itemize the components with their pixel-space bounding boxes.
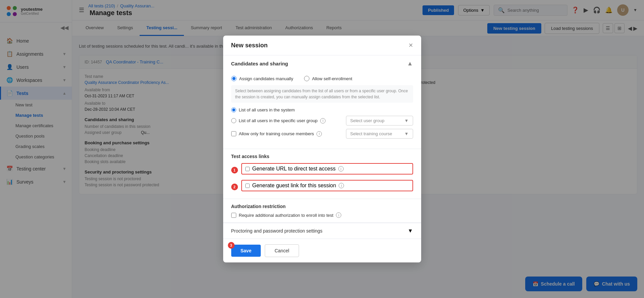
training-course-checkbox[interactable]	[231, 131, 236, 136]
generate-guest-label: Generate guest link for this session	[252, 183, 336, 189]
modal-header: New session ×	[223, 36, 421, 55]
candidates-section-arrow-icon: ▲	[407, 60, 413, 67]
require-auth-checkbox[interactable]	[231, 213, 236, 218]
generate-url-checkbox[interactable]	[245, 167, 250, 171]
hint-text: Select between assigning candidates from…	[231, 85, 413, 103]
generate-guest-highlighted-row: Generate guest link for this session i	[241, 180, 413, 191]
list-group-text: List of all users in the specific user g…	[239, 118, 318, 123]
list-group-radio[interactable]	[231, 118, 236, 123]
list-group-label[interactable]: List of all users in the specific user g…	[231, 118, 326, 123]
step3-badge: 3	[228, 242, 235, 249]
generate-url-label: Generate URL to direct test access	[252, 166, 336, 172]
generate-guest-info-icon[interactable]: i	[339, 183, 344, 188]
training-course-row: Allow only for training course members i…	[231, 129, 413, 139]
auth-title: Authorization restriction	[231, 204, 413, 209]
training-course-info-icon[interactable]: i	[316, 131, 322, 137]
generate-url-highlighted-row: Generate URL to direct test access i	[241, 163, 413, 175]
new-session-modal: New session × Candidates and sharing ▲ A…	[223, 36, 421, 262]
proctoring-section-header[interactable]: Proctoring and password protection setti…	[223, 223, 421, 239]
auth-section: Authorization restriction Require additi…	[223, 199, 421, 223]
candidates-section: Candidates and sharing ▲ Assign candidat…	[223, 55, 421, 149]
list-all-users-text: List of all users in the system	[239, 107, 295, 112]
require-auth-label[interactable]: Require additional authorization to enro…	[231, 212, 413, 218]
candidates-section-content: Assign candidates manually Allow self-en…	[223, 72, 421, 149]
require-auth-text: Require additional authorization to enro…	[239, 213, 334, 218]
step1-badge: 1	[231, 167, 238, 173]
modal-overlay[interactable]: New session × Candidates and sharing ▲ A…	[0, 0, 644, 298]
self-enrollment-radio-label[interactable]: Allow self-enrollment	[304, 76, 352, 81]
candidates-section-title: Candidates and sharing	[231, 61, 288, 66]
assign-manually-radio-label[interactable]: Assign candidates manually	[231, 76, 293, 81]
assignment-radio-group: Assign candidates manually Allow self-en…	[231, 76, 413, 81]
assign-manually-label: Assign candidates manually	[239, 76, 293, 81]
list-group-info-icon[interactable]: i	[320, 118, 326, 123]
user-group-chevron-icon: ▼	[404, 118, 409, 123]
require-auth-info-icon[interactable]: i	[336, 212, 341, 218]
generate-guest-checkbox[interactable]	[245, 184, 250, 188]
list-group-row: List of all users in the specific user g…	[231, 116, 413, 126]
save-btn[interactable]: Save	[231, 245, 261, 257]
save-btn-wrapper: 3 Save	[231, 245, 261, 257]
step2-badge: 2	[231, 184, 238, 190]
training-course-text: Allow only for training course members	[239, 131, 314, 136]
generate-url-row: 1 Generate URL to direct test access i	[231, 163, 413, 177]
candidates-section-header[interactable]: Candidates and sharing ▲	[223, 55, 421, 72]
proctoring-title: Proctoring and password protection setti…	[231, 228, 323, 234]
select-user-group-dropdown[interactable]: Select user group ▼	[346, 116, 413, 126]
access-links-title: Test access links	[231, 154, 413, 159]
list-all-users-label[interactable]: List of all users in the system	[231, 107, 295, 112]
assign-manually-radio[interactable]	[231, 76, 237, 81]
generate-guest-row: 2 Generate guest link for this session i	[231, 180, 413, 194]
access-links-section: Test access links 1 Generate URL to dire…	[223, 149, 421, 199]
list-all-users-row: List of all users in the system	[231, 107, 413, 112]
list-all-users-radio[interactable]	[231, 107, 236, 112]
self-enrollment-label: Allow self-enrollment	[312, 76, 352, 81]
select-user-group-label: Select user group	[350, 118, 385, 123]
self-enrollment-radio[interactable]	[304, 76, 309, 81]
modal-close-btn[interactable]: ×	[409, 42, 413, 49]
select-training-course-label: Select training course	[350, 131, 392, 136]
training-course-chevron-icon: ▼	[404, 131, 409, 136]
cancel-btn[interactable]: Cancel	[265, 244, 299, 257]
modal-body: Candidates and sharing ▲ Assign candidat…	[223, 55, 421, 239]
training-course-checkbox-label[interactable]: Allow only for training course members i	[231, 131, 322, 137]
modal-title: New session	[231, 42, 268, 49]
modal-footer: 3 Save Cancel	[223, 239, 421, 262]
select-training-course-dropdown[interactable]: Select training course ▼	[346, 129, 413, 139]
generate-url-info-icon[interactable]: i	[338, 166, 344, 171]
proctoring-chevron-icon: ▼	[408, 228, 413, 234]
